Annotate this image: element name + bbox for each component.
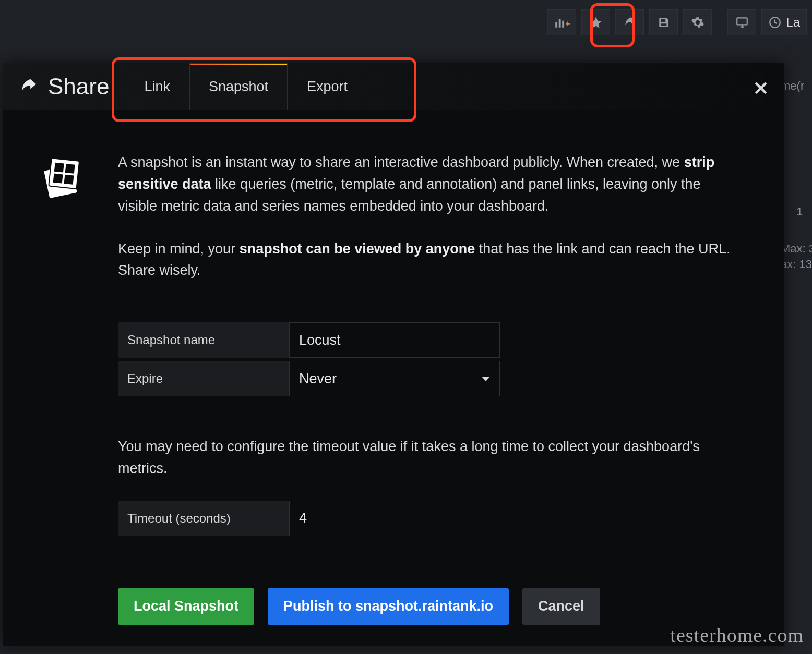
tab-link[interactable]: Link [125,63,189,110]
snapshot-description-1: A snapshot is an instant way to share an… [118,152,739,217]
tab-snapshot[interactable]: Snapshot [189,63,288,110]
svg-rect-6 [49,158,79,189]
snapshot-description-2: Keep in mind, your snapshot can be viewe… [118,238,739,282]
close-button[interactable]: ✕ [753,78,769,100]
svg-rect-8 [54,163,64,173]
svg-rect-11 [64,175,74,185]
svg-rect-9 [65,164,75,174]
save-button[interactable] [649,9,678,35]
snapshot-illustration [40,152,87,625]
close-icon: ✕ [753,78,769,99]
svg-rect-2 [562,21,564,28]
share-icon [623,16,637,29]
plus-icon: + [565,19,570,29]
star-icon [589,16,603,29]
modal-actions: Local Snapshot Publish to snapshot.raint… [118,588,739,625]
expire-select[interactable]: Never [289,361,500,396]
star-button[interactable] [581,9,610,35]
share-modal: Share Link Snapshot Export ✕ [3,63,784,646]
cancel-button[interactable]: Cancel [522,588,600,625]
timeout-note: You may need to configure the timeout va… [118,436,739,480]
expire-value: Never [299,371,337,387]
share-icon [19,77,39,96]
modal-body: A snapshot is an instant way to share an… [3,110,784,646]
gear-icon [691,16,704,29]
svg-rect-0 [555,22,557,28]
local-snapshot-button[interactable]: Local Snapshot [118,588,254,625]
timeout-input[interactable] [289,501,460,536]
watermark: testerhome.com [670,624,804,647]
svg-rect-3 [737,18,747,25]
expire-row: Expire Never [118,361,739,396]
modal-tabs: Link Snapshot Export [125,63,367,110]
settings-button[interactable] [683,9,712,35]
modal-content: A snapshot is an instant way to share an… [118,152,739,625]
svg-rect-1 [559,19,561,28]
snapshot-name-input[interactable] [289,322,500,358]
share-button[interactable] [615,9,644,35]
chevron-down-icon [482,377,490,381]
publish-snapshot-button[interactable]: Publish to snapshot.raintank.io [268,588,509,625]
modal-title: Share [19,74,109,100]
dashboards-stack-icon [40,152,85,203]
snapshot-name-row: Snapshot name [118,322,739,358]
snapshot-name-label: Snapshot name [118,322,289,358]
expire-label: Expire [118,361,289,396]
background-panel-labels: me(r 1 Max: 3 ax: 13 [781,78,812,273]
modal-title-text: Share [48,74,109,100]
modal-header: Share Link Snapshot Export ✕ [3,63,784,110]
time-range-button[interactable]: La [761,9,807,35]
timeout-row: Timeout (seconds) [118,501,739,536]
top-toolbar: + La [547,9,807,35]
time-range-label: La [786,15,800,30]
timeout-label: Timeout (seconds) [118,501,289,536]
save-icon [657,16,671,29]
svg-rect-10 [53,174,63,184]
tab-export[interactable]: Export [288,63,367,110]
monitor-icon [735,16,749,29]
clock-icon [768,16,782,29]
tv-button[interactable] [727,9,756,35]
add-panel-button[interactable]: + [547,9,576,35]
